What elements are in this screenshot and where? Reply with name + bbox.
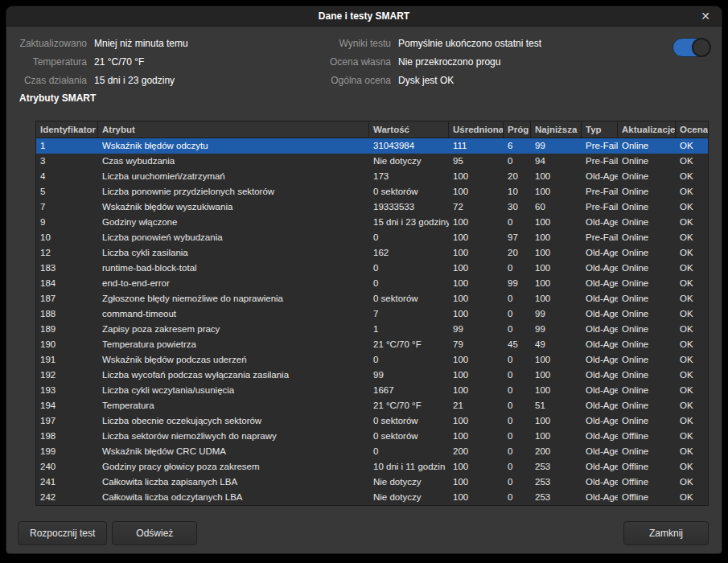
- table-row[interactable]: 192Liczba wycofań podczas wyłączania zas…: [36, 368, 708, 383]
- table-cell: 100: [449, 368, 504, 383]
- table-row[interactable]: 199Wskaźnik błędów CRC UDMA02000200Old-A…: [36, 444, 708, 459]
- table-row[interactable]: 191Wskaźnik błędów podczas uderzeń010001…: [36, 352, 708, 368]
- table-cell: Wskaźnik błędów wyszukiwania: [98, 199, 369, 215]
- table-cell: 0: [504, 398, 531, 413]
- table-cell: 100: [449, 306, 504, 322]
- table-cell: 0: [504, 383, 531, 398]
- table-cell: 100: [531, 215, 582, 230]
- table-cell: Online: [618, 306, 676, 322]
- table-cell: 99: [504, 276, 531, 291]
- table-row[interactable]: 193Liczba cykli wczytania/usunięcia16671…: [36, 383, 708, 398]
- table-cell: Old-Age: [582, 413, 618, 429]
- table-row[interactable]: 190Temperatura powietrza21 °C/70 °F79454…: [36, 337, 708, 352]
- table-cell: Old-Age: [582, 337, 618, 352]
- table-cell: Zgłoszone błędy niemożliwe do naprawieni…: [98, 291, 369, 306]
- table-cell: 49: [531, 337, 582, 352]
- temperature-label: Temperatura: [19, 57, 87, 68]
- titlebar[interactable]: Dane i testy SMART ✕: [6, 6, 722, 27]
- table-cell: 0 sektorów: [369, 429, 449, 444]
- table-cell: 0: [504, 154, 531, 169]
- table-cell: OK: [676, 169, 708, 184]
- table-row[interactable]: 187Zgłoszone błędy niemożliwe do naprawi…: [36, 291, 708, 306]
- table-cell: Old-Age: [582, 291, 618, 306]
- column-header[interactable]: Najniższa: [531, 121, 582, 138]
- table-row[interactable]: 12Liczba cykli zasilania16210020100Old-A…: [36, 245, 708, 261]
- column-header[interactable]: Atrybut: [98, 121, 369, 138]
- table-cell: Old-Age: [582, 322, 618, 337]
- table-cell: OK: [676, 383, 708, 398]
- close-dialog-button[interactable]: Zamknij: [623, 521, 709, 545]
- table-row[interactable]: 183runtime-bad-block-total01000100Old-Ag…: [36, 261, 708, 276]
- table-cell: Online: [618, 138, 676, 154]
- table-cell: 100: [531, 291, 582, 306]
- table-row[interactable]: 198Liczba sektorów niemożliwych do napra…: [36, 429, 708, 444]
- table-cell: 100: [531, 169, 582, 184]
- table-cell: OK: [676, 199, 708, 215]
- table-row[interactable]: 5Liczba ponownie przydzielonych sektorów…: [36, 184, 708, 199]
- table-cell: 97: [504, 230, 531, 245]
- table-cell: Old-Age: [582, 368, 618, 383]
- table-row[interactable]: 9Godziny włączone15 dni i 23 godziny1000…: [36, 215, 708, 230]
- table-cell: 21: [449, 398, 504, 413]
- table-row[interactable]: 4Liczba uruchomień/zatrzymań17310020100O…: [36, 169, 708, 184]
- table-cell: 200: [449, 444, 504, 459]
- table-cell: OK: [676, 368, 708, 383]
- table-cell: 189: [36, 322, 98, 337]
- table-cell: 94: [531, 154, 582, 169]
- table-cell: 100: [449, 276, 504, 291]
- column-header[interactable]: Próg: [504, 121, 531, 138]
- column-header[interactable]: Aktualizacje: [618, 121, 676, 138]
- table-cell: OK: [676, 154, 708, 169]
- table-cell: OK: [676, 337, 708, 352]
- table-cell: 100: [531, 429, 582, 444]
- table-cell: Online: [618, 337, 676, 352]
- table-row[interactable]: 241Całkowita liczba zapisanych LBANie do…: [36, 475, 708, 490]
- table-row[interactable]: 188command-timeout7100099Old-AgeOnlineOK: [36, 306, 708, 322]
- column-header[interactable]: Uśredniona: [449, 121, 504, 138]
- column-header[interactable]: Identyfikator: [36, 121, 98, 138]
- table-cell: Old-Age: [582, 352, 618, 368]
- table-cell: 99: [531, 306, 582, 322]
- table-cell: 240: [36, 459, 98, 475]
- smart-dialog-window: Dane i testy SMART ✕ Zaktualizowano Mnie…: [6, 6, 722, 553]
- table-cell: 6: [504, 138, 531, 154]
- updated-label: Zaktualizowano: [19, 39, 87, 49]
- table-cell: Całkowita liczba odczytanych LBA: [98, 490, 369, 505]
- table-cell: 0: [504, 306, 531, 322]
- toggle-knob: [692, 38, 711, 57]
- refresh-button[interactable]: Odśwież: [112, 521, 197, 545]
- table-cell: 0: [504, 352, 531, 368]
- table-row[interactable]: 242Całkowita liczba odczytanych LBANie d…: [36, 490, 708, 505]
- smart-enabled-toggle[interactable]: [672, 38, 711, 57]
- table-row[interactable]: 7Wskaźnik błędów wyszukiwania19333533723…: [36, 199, 708, 215]
- overall-assessment-value: Dysk jest OK: [398, 76, 541, 86]
- table-row[interactable]: 3Czas wybudzaniaNie dotyczy95094Pre-Fail…: [36, 154, 708, 169]
- table-row[interactable]: 184end-to-end-error010099100Old-AgeOnlin…: [36, 276, 708, 291]
- table-cell: Wskaźnik błędów podczas uderzeń: [98, 352, 369, 368]
- table-cell: 100: [531, 230, 582, 245]
- table-cell: Wskaźnik błędów odczytu: [98, 138, 369, 154]
- table-cell: 9: [36, 215, 98, 230]
- table-row[interactable]: 240Godziny pracy głowicy poza zakresem10…: [36, 459, 708, 475]
- table-cell: Old-Age: [582, 459, 618, 475]
- table-cell: Online: [618, 291, 676, 306]
- column-header[interactable]: Ocena: [676, 121, 708, 138]
- table-row[interactable]: 194Temperatura21 °C/70 °F21051Old-AgeOnl…: [36, 398, 708, 413]
- table-row[interactable]: 189Zapisy poza zakresem pracy199099Old-A…: [36, 322, 708, 337]
- table-cell: 100: [449, 429, 504, 444]
- column-header[interactable]: Wartość: [369, 121, 449, 138]
- table-cell: 21 °C/70 °F: [369, 337, 449, 352]
- table-cell: 100: [449, 475, 504, 490]
- column-header[interactable]: Typ: [582, 121, 618, 138]
- table-cell: Liczba obecnie oczekujących sektorów: [98, 413, 369, 429]
- table-row[interactable]: 10Liczba ponowień wybudzania010097100Pre…: [36, 230, 708, 245]
- table-row[interactable]: 1Wskaźnik błędów odczytu31043984111699Pr…: [36, 138, 708, 154]
- table-cell: 0 sektorów: [369, 291, 449, 306]
- close-icon[interactable]: ✕: [696, 6, 715, 26]
- table-cell: OK: [676, 413, 708, 429]
- table-cell: Old-Age: [582, 306, 618, 322]
- start-test-button[interactable]: Rozpocznij test: [18, 521, 107, 545]
- table-cell: 199: [36, 444, 98, 459]
- table-cell: Offline: [618, 459, 676, 475]
- table-row[interactable]: 197Liczba obecnie oczekujących sektorów0…: [36, 413, 708, 429]
